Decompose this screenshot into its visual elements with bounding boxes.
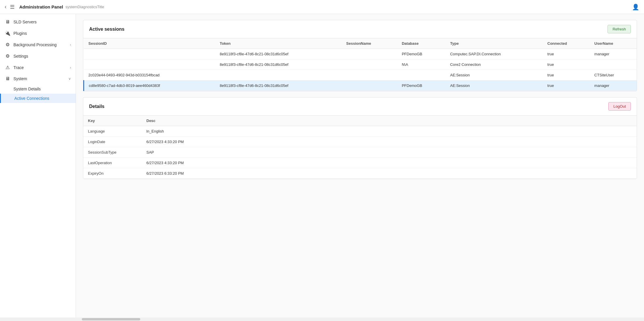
scrollbar-thumb[interactable] [82,318,140,320]
table-cell [590,59,637,70]
back-button[interactable]: ‹ [5,4,6,10]
table-cell: 8e9118f3-cf8e-47d6-8c21-08c31d6c05ef [215,80,342,91]
detail-desc: SAP [142,147,637,158]
sidebar-label-plugins: Plugins [13,31,71,36]
active-sessions-header-row: SessionID Token SessionName Database Typ… [84,38,637,49]
page-title: Administration Panel [19,4,63,9]
detail-desc: 6/27/2023 4:33:20 PM [142,137,637,147]
sidebar-item-settings[interactable]: ⚙ Settings [0,50,76,62]
active-sessions-thead: SessionID Token SessionName Database Typ… [84,38,637,49]
table-cell [215,70,342,80]
table-row: Languageln_English [83,126,637,137]
table-cell: N\A [397,59,446,70]
col-connected: Connected [543,38,590,49]
table-row: ExpiryOn6/27/2023 6:33:20 PM [83,168,637,179]
sidebar-sub-label-system-details: System Details [13,87,41,91]
detail-desc: ln_English [142,126,637,137]
details-section: Details LogOut Key Desc Languageln_Engli… [83,97,637,179]
table-cell: 8e9118f3-cf8e-47d6-8c21-08c31d6c05ef [215,59,342,70]
col-session-name: SessionName [342,38,397,49]
sidebar-item-background-processing[interactable]: ⚙ Background Processing › [0,39,76,50]
col-desc: Desc [142,116,637,126]
detail-key: LoginDate [83,137,142,147]
background-processing-icon: ⚙ [5,42,11,47]
top-header: ‹ ☰ Administration Panel systemDiagnosti… [0,0,644,14]
table-cell: manager [590,80,637,91]
table-cell [397,70,446,80]
table-cell: PFDemoGB [397,49,446,59]
chevron-right-icon: › [70,43,71,47]
table-cell [342,49,397,59]
active-sessions-tbody: 8e9118f3-cf8e-47d6-8c21-08c31d6c05efPFDe… [84,49,637,91]
active-sessions-title: Active sessions [89,27,124,32]
bottom-scrollbar[interactable] [0,317,644,321]
col-session-id: SessionID [84,38,215,49]
detail-key: ExpiryOn [83,168,142,179]
table-cell: AE:Session [445,70,543,80]
sidebar-sub-item-active-connections[interactable]: Active Connections [0,94,76,103]
sidebar-item-trace[interactable]: ⚠ Trace › [0,62,76,73]
col-username: UserName [590,38,637,49]
table-cell [342,59,397,70]
trace-icon: ⚠ [5,65,11,70]
plugins-icon: 🔌 [5,30,11,36]
details-thead: Key Desc [83,116,637,126]
table-cell [84,49,215,59]
table-cell: 8e9118f3-cf8e-47d6-8c21-08c31d6c05ef [215,49,342,59]
detail-desc: 6/27/2023 4:33:20 PM [142,158,637,168]
active-sessions-table: SessionID Token SessionName Database Typ… [83,38,637,91]
sidebar-item-plugins[interactable]: 🔌 Plugins [0,28,76,39]
chevron-right-icon-trace: › [70,66,71,70]
table-cell: true [543,49,590,59]
col-database: Database [397,38,446,49]
sidebar-label-trace: Trace [13,65,67,70]
table-cell: CTSiteUser [590,70,637,80]
col-key: Key [83,116,142,126]
details-title: Details [89,104,104,109]
table-cell [342,80,397,91]
table-cell: Computec.SAP.DI.Connection [445,49,543,59]
col-token: Token [215,38,342,49]
table-row[interactable]: 8e9118f3-cf8e-47d6-8c21-08c31d6c05efN\AC… [84,59,637,70]
sld-servers-icon: 🖥 [5,19,11,25]
table-row: LastOperation6/27/2023 4:33:20 PM [83,158,637,168]
table-cell: true [543,59,590,70]
table-cell: PFDemoGB [397,80,446,91]
table-cell: 2c020e44-0493-4902-943d-b033154fbcad [84,70,215,80]
table-cell: cd8e9580-c7ad-4db3-8019-aee460d4383f [84,80,215,91]
main-layout: 🖥 SLD Servers 🔌 Plugins ⚙ Background Pro… [0,14,644,317]
detail-key: LastOperation [83,158,142,168]
table-cell: true [543,70,590,80]
settings-icon: ⚙ [5,53,11,59]
sidebar-item-system[interactable]: 🖥 System ∨ [0,73,76,84]
sidebar-sub-label-active-connections: Active Connections [14,96,49,101]
logout-button[interactable]: LogOut [608,102,631,111]
detail-desc: 6/27/2023 6:33:20 PM [142,168,637,179]
table-row[interactable]: 2c020e44-0493-4902-943d-b033154fbcadAE:S… [84,70,637,80]
active-sessions-header: Active sessions Refresh [83,20,637,38]
sidebar-label-sld-servers: SLD Servers [13,20,71,24]
table-row[interactable]: cd8e9580-c7ad-4db3-8019-aee460d4383f8e91… [84,80,637,91]
table-cell: AE:Session [445,80,543,91]
table-cell: Core2 Connection [445,59,543,70]
refresh-button[interactable]: Refresh [607,25,631,33]
col-type: Type [445,38,543,49]
table-cell [84,59,215,70]
table-cell: true [543,80,590,91]
details-header-row: Key Desc [83,116,637,126]
sidebar-item-sld-servers[interactable]: 🖥 SLD Servers [0,16,76,28]
user-icon[interactable]: 👤 [632,4,639,11]
active-sessions-section: Active sessions Refresh SessionID Token … [83,20,637,91]
detail-key: SessionSubType [83,147,142,158]
sidebar-label-background-processing: Background Processing [13,42,67,47]
chevron-down-icon: ∨ [68,77,71,81]
main-content: Active sessions Refresh SessionID Token … [76,14,644,317]
table-row: LoginDate6/27/2023 4:33:20 PM [83,137,637,147]
details-tbody: Languageln_EnglishLoginDate6/27/2023 4:3… [83,126,637,179]
table-row[interactable]: 8e9118f3-cf8e-47d6-8c21-08c31d6c05efPFDe… [84,49,637,59]
menu-button[interactable]: ☰ [10,4,15,10]
page-subtitle: systemDiagnosticsTitle [65,5,104,9]
sidebar: 🖥 SLD Servers 🔌 Plugins ⚙ Background Pro… [0,14,76,317]
sidebar-sub-item-system-details[interactable]: System Details [0,84,76,94]
details-header: Details LogOut [83,97,637,116]
